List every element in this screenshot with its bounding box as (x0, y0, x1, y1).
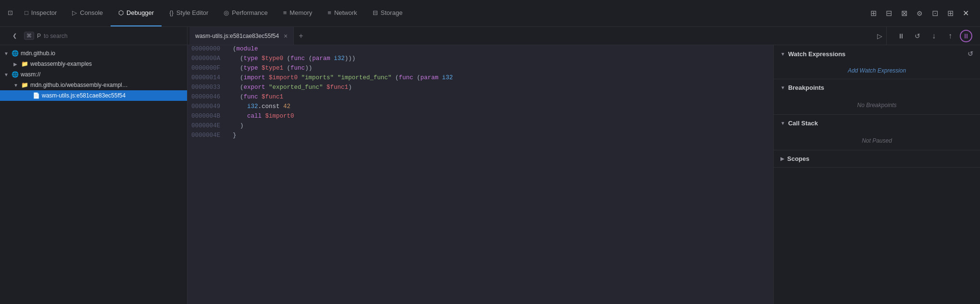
pause-resume-button[interactable]: ⏸ (894, 29, 908, 43)
source-tree: ▼ 🌐 mdn.github.io ▶ 📁 webassembly-exampl… (0, 45, 188, 304)
wasm-domain-arrow: ▼ (4, 72, 10, 77)
pick-element-button[interactable]: ⊟ (882, 7, 895, 20)
scopes-title: Scopes (787, 155, 809, 162)
debugger-label: Debugger (126, 9, 154, 16)
console-icon: ▷ (72, 9, 77, 16)
toolbar: ⊡ □ Inspector ▷ Console ⬡ Debugger {} St… (0, 0, 980, 27)
step-over-button[interactable]: ↺ (911, 29, 924, 43)
tab-performance[interactable]: ◎ Performance (216, 0, 275, 26)
step-out-button[interactable]: ↑ (943, 29, 957, 43)
storage-label: Storage (381, 9, 403, 16)
breakpoints-section: ▼ Breakpoints No Breakpoints (774, 79, 980, 115)
settings-button[interactable]: ⚙ (913, 7, 926, 20)
scopes-arrow: ▶ (780, 156, 784, 161)
code-line-1: 00000000 (module (188, 45, 773, 55)
search-area[interactable]: ❮ ⌘ P to search (0, 27, 188, 45)
add-tab-button[interactable]: + (294, 32, 308, 40)
network-label: Network (334, 9, 357, 16)
file-tab-name: wasm-utils.js:e581cae83ec55f54 (195, 33, 279, 39)
breakpoints-empty-message: No Breakpoints (774, 96, 980, 114)
mdn-arrow: ▼ (4, 51, 10, 56)
tab-close-button[interactable]: × (284, 32, 288, 40)
wasm-domain-label: wasm:// (21, 71, 40, 78)
watch-expressions-title: Watch Expressions (788, 50, 845, 58)
tab-memory[interactable]: ≡ Memory (276, 0, 320, 26)
responsive-design-button[interactable]: ⊡ (4, 0, 17, 26)
tree-item-webassembly-examples[interactable]: ▶ 📁 webassembly-examples (0, 59, 187, 69)
memory-icon: ≡ (283, 9, 287, 16)
tabs-area: wasm-utils.js:e581cae83ec55f54 × + ▷ (188, 27, 886, 45)
main-content: ▼ 🌐 mdn.github.io ▶ 📁 webassembly-exampl… (0, 45, 980, 304)
dock-button[interactable]: ⊡ (928, 7, 942, 20)
inspector-label: Inspector (31, 9, 57, 16)
mdn-domain-icon: 🌐 (12, 50, 19, 57)
breakpoints-header[interactable]: ▼ Breakpoints (774, 79, 980, 96)
debugger-icon: ⬡ (118, 9, 124, 16)
console-label: Console (80, 9, 103, 16)
step-in-button[interactable]: ↓ (927, 29, 941, 43)
breakpoints-arrow: ▼ (780, 85, 785, 90)
breakpoints-title: Breakpoints (788, 84, 824, 91)
file-tab-wasm-utils[interactable]: wasm-utils.js:e581cae83ec55f54 × (189, 27, 294, 45)
mdn-domain-label: mdn.github.io (21, 50, 55, 57)
debug-controls: ⏸ ↺ ↓ ↑ ⏸ (886, 27, 980, 45)
code-line-7: 00000049 i32.const 42 (188, 103, 773, 112)
wasm-utils-label: wasm-utils.js:e581cae83ec55f54 (42, 92, 126, 99)
watch-arrow: ▼ (780, 51, 785, 57)
storage-icon: ⊟ (373, 9, 378, 16)
watch-expressions-section: ▼ Watch Expressions ↺ Add Watch Expressi… (774, 45, 980, 79)
watch-refresh-button[interactable]: ↺ (967, 50, 973, 58)
screenshot-button[interactable]: ⊠ (897, 7, 911, 20)
collapse-sidebar-button[interactable]: ❮ (8, 29, 21, 43)
expand-button[interactable]: ⊞ (943, 7, 957, 20)
scopes-section: ▶ Scopes (774, 150, 980, 168)
memory-label: Memory (289, 9, 312, 16)
call-stack-title: Call Stack (788, 120, 818, 127)
tab-inspector[interactable]: □ Inspector (17, 0, 64, 26)
add-watch-expression-button[interactable]: Add Watch Expression (774, 62, 980, 79)
code-line-2: 0000000A (type $type0 (func (param i32))… (188, 55, 773, 64)
responsive-icon: ⊡ (8, 9, 13, 16)
code-line-9: 0000004E ) (188, 122, 773, 132)
tab-debugger[interactable]: ⬡ Debugger (111, 0, 162, 26)
run-to-here-button[interactable]: ▷ (873, 29, 886, 43)
code-editor[interactable]: 00000000 (module 0000000A (type $type0 (… (188, 45, 773, 304)
tree-item-mdn-github-io[interactable]: ▼ 🌐 mdn.github.io (0, 48, 187, 59)
watch-expressions-header[interactable]: ▼ Watch Expressions ↺ (774, 45, 980, 62)
wasm-folder-icon: 📁 (21, 82, 28, 88)
wasm-examples-arrow: ▶ (13, 61, 19, 67)
inspector-icon: □ (25, 9, 28, 16)
code-line-3: 0000000F (type $type1 (func)) (188, 64, 773, 74)
code-line-10: 0000004E } (188, 132, 773, 141)
tab-network[interactable]: ≡ Network (320, 0, 364, 26)
wasm-domain-icon: 🌐 (12, 71, 19, 78)
performance-label: Performance (232, 9, 267, 16)
close-button[interactable]: ✕ (959, 7, 972, 20)
wasm-examples-label: webassembly-examples (30, 61, 92, 67)
tree-item-wasm-folder[interactable]: ▼ 📁 mdn.github.io/webassembly-exampl… (0, 80, 187, 90)
search-hint: to search (44, 33, 67, 39)
tab-console[interactable]: ▷ Console (64, 0, 111, 26)
code-line-8: 0000004B call $import0 (188, 112, 773, 122)
pause-on-exceptions-button[interactable]: ⏸ (960, 30, 972, 42)
search-kbd-key: P (37, 33, 41, 39)
code-line-6: 00000046 (func $func1 (188, 93, 773, 103)
tree-item-wasm-utils-file[interactable]: 📄 wasm-utils.js:e581cae83ec55f54 (0, 90, 187, 101)
code-line-4: 00000014 (import $import0 "imports" "imp… (188, 74, 773, 84)
code-line-5: 00000033 (export "exported_func" $func1) (188, 84, 773, 93)
performance-icon: ◎ (224, 9, 229, 16)
wasm-examples-folder-icon: 📁 (21, 61, 28, 67)
wasm-folder-arrow: ▼ (13, 83, 19, 88)
split-console-button[interactable]: ⊞ (867, 7, 880, 20)
second-bar: ❮ ⌘ P to search wasm-utils.js:e581cae83e… (0, 27, 980, 45)
tree-item-wasm-domain[interactable]: ▼ 🌐 wasm:// (0, 69, 187, 80)
style-editor-label: Style Editor (176, 9, 208, 16)
tab-style-editor[interactable]: {} Style Editor (162, 0, 216, 26)
call-stack-section: ▼ Call Stack Not Paused (774, 115, 980, 150)
wasm-folder-label: mdn.github.io/webassembly-exampl… (30, 82, 128, 88)
call-stack-header[interactable]: ▼ Call Stack (774, 115, 980, 132)
network-icon: ≡ (327, 9, 331, 16)
scopes-header[interactable]: ▶ Scopes (774, 150, 980, 167)
tab-storage[interactable]: ⊟ Storage (365, 0, 411, 26)
style-editor-icon: {} (169, 9, 174, 16)
